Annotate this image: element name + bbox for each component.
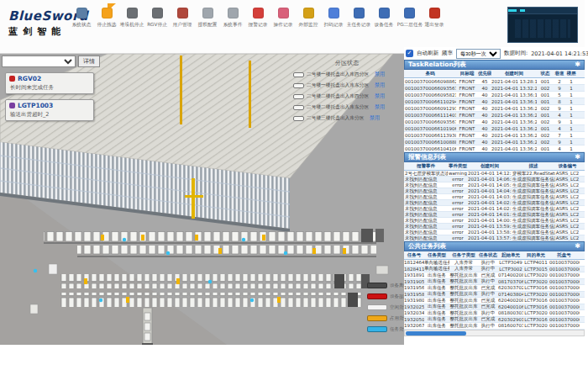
- zone-row: 二号楼二楼托盘出入库西分区 禁用: [293, 92, 401, 100]
- toolbar-button[interactable]: 外部监控: [296, 8, 321, 29]
- toolbar-button-icon: [379, 8, 390, 18]
- public-task-table: 公共任务列表 ✱ 任务号 任务类型 任务子类型 任务状态 起始单元 目的单元 托…: [404, 241, 585, 336]
- zone-disable-link[interactable]: 禁用: [370, 114, 380, 122]
- toolbar-button-label: 用户管理: [171, 21, 195, 29]
- toolbar-button-label: 系统事件: [221, 21, 245, 29]
- table-row[interactable]: 00100370006611029457 FRONT 40 2021-04-01…: [404, 98, 585, 105]
- zone-disable-link[interactable]: 禁用: [375, 71, 385, 78]
- status-legend: 设备离线 设备故障 空闲货位 占用货位 任务货位: [367, 283, 404, 337]
- zone-label: 二号楼二楼托盘出入库东分区: [307, 103, 369, 111]
- toolbar-button[interactable]: 报警记录: [245, 8, 270, 29]
- legend-label: 设备故障: [390, 293, 404, 299]
- toolbar-button[interactable]: 授权配置: [195, 8, 220, 29]
- zone-checkbox[interactable]: [293, 105, 304, 110]
- toolbar-button-label: 堆垛机停止: [120, 21, 144, 29]
- zone-checkbox[interactable]: [293, 116, 304, 121]
- zone-panel-title: 分区状态: [293, 59, 401, 67]
- toolbar-button-icon: [253, 8, 264, 18]
- legend-color-swatch: [367, 283, 387, 288]
- table-column-header: 任务号 任务类型 任务子类型 任务状态 起始单元 目的单元 托盘号: [404, 251, 585, 260]
- zone-list: 二号楼一楼托盘出入库西分区 禁用 二号楼一楼托盘出入库东分区 禁用 二号楼二楼托…: [293, 71, 401, 122]
- toolbar-button[interactable]: 堆垛机停止: [119, 8, 144, 29]
- horizontal-scrollbar[interactable]: [404, 330, 585, 336]
- legend-item: 设备故障: [367, 293, 404, 299]
- toolbar-button-icon: [76, 8, 87, 18]
- device-alert-card[interactable]: RGV02 长时间未完成任务: [5, 72, 94, 94]
- alert-description: 输送出货超时_2: [9, 111, 90, 119]
- table-row[interactable]: 00100370006610088881 FRONT 40 2021-04-01…: [404, 139, 585, 145]
- zone-label: 二号楼一楼托盘出入库东分区: [307, 82, 369, 89]
- toolbar-button-icon: [354, 8, 365, 18]
- task-relation-table: TaskRelation列表 ✱ 条码 目标端 优先级 创建时间 状态 巷道 楼…: [404, 60, 585, 152]
- toolbar-button[interactable]: 停止拣选: [94, 8, 119, 29]
- table-column-header: 报警事件 事件类型 创建时间 描述 设备编号: [404, 162, 585, 171]
- zone-row: 二号楼二楼托盘出入库东分区 禁用: [293, 103, 401, 111]
- table-settings-icon[interactable]: ✱: [575, 61, 580, 68]
- device-alert-card[interactable]: LGTP1003 输送出货超时_2: [5, 99, 94, 121]
- legend-item: 占用货位: [367, 315, 404, 321]
- zone-checkbox[interactable]: [293, 94, 304, 99]
- zone-status-panel: 分区状态 二号楼一楼托盘出入库西分区 禁用 二号楼一楼托盘出入库东分区 禁用 二…: [293, 59, 401, 125]
- toolbar-button-icon: [429, 8, 440, 18]
- zone-disable-link[interactable]: 禁用: [375, 82, 385, 89]
- table-row[interactable]: 未找到匹配信息 error 2021-04-01 13:57:49 生成虚拟调车…: [404, 235, 585, 241]
- legend-item: 设备离线: [367, 283, 404, 288]
- viewport-controls: 详情: [2, 56, 100, 67]
- toolbar-button[interactable]: RGV停止: [144, 8, 170, 29]
- frequency-label: 频率: [442, 50, 453, 57]
- toolbar-button[interactable]: PG二层任务: [396, 8, 422, 29]
- table-row[interactable]: 00100370006609582162 FRONT 40 2021-04-01…: [404, 92, 585, 98]
- table-row[interactable]: 00100370006609129123 FRONT 40 2021-04-01…: [404, 105, 585, 112]
- toolbar-button-icon: [102, 8, 113, 18]
- refresh-frequency-select[interactable]: 每30秒一次: [456, 49, 501, 59]
- toolbar-buttons: 系统状态 停止拣选 堆垛机停止 RGV停止 用户管理 授权配置 系统事件: [69, 8, 447, 29]
- toolbar-button-icon: [152, 8, 163, 18]
- toolbar-button-icon: [177, 8, 188, 18]
- zone-label: 二号楼二楼托盘出入库西分区: [307, 92, 369, 100]
- auto-refresh-checkbox[interactable]: ✓: [406, 50, 413, 57]
- conveyor-spur-vertical: [142, 308, 153, 345]
- toolbar-button[interactable]: 系统状态: [69, 8, 94, 29]
- minimap-preview[interactable]: [507, 7, 578, 43]
- toolbar-button[interactable]: 操作记录: [270, 8, 296, 29]
- zone-disable-link[interactable]: 禁用: [375, 92, 385, 100]
- legend-label: 空闲货位: [390, 304, 404, 310]
- legend-color-swatch: [367, 304, 387, 310]
- toolbar-button[interactable]: 设备任务: [371, 8, 396, 29]
- table-settings-icon[interactable]: ✱: [575, 243, 580, 250]
- legend-color-swatch: [367, 315, 387, 321]
- toolbar-button[interactable]: 主任务记录: [346, 8, 371, 29]
- scrollbar-thumb[interactable]: [406, 331, 466, 336]
- table-settings-icon[interactable]: ✱: [575, 154, 580, 161]
- legend-color-swatch: [367, 293, 387, 299]
- toolbar-button[interactable]: 退出登录: [422, 8, 447, 29]
- table-body: 2号七层穿梭车状态读取超时 warning 2021-04-01 14:12:1…: [404, 171, 585, 241]
- toolbar-button-label: 主任务记录: [347, 21, 371, 29]
- legend-item: 任务货位: [367, 326, 404, 332]
- table-row[interactable]: 00100370006609356770 FRONT 40 2021-04-01…: [404, 85, 585, 92]
- toolbar-button-icon: [303, 8, 314, 18]
- toolbar-button-icon: [127, 8, 138, 18]
- table-title: 报警信息列表: [408, 153, 446, 161]
- device-filter-select[interactable]: [2, 56, 76, 67]
- table-row[interactable]: 00100370006611393005 FRONT 40 2021-04-01…: [404, 132, 585, 139]
- table-row[interactable]: 00100370006609886239 FRONT 45 2021-04-01…: [404, 78, 585, 85]
- zone-checkbox[interactable]: [293, 83, 304, 88]
- toolbar-button-label: 系统状态: [70, 21, 94, 29]
- toolbar-button[interactable]: 用户管理: [170, 8, 195, 29]
- zone-row: 二号楼一楼托盘出入库东分区 禁用: [293, 82, 401, 89]
- table-row[interactable]: 00100370006610190619 FRONT 40 2021-04-01…: [404, 125, 585, 132]
- table-row[interactable]: 00100370006610410653 FRONT 40 2021-04-01…: [404, 145, 585, 152]
- toolbar-button-label: 设备任务: [372, 21, 396, 29]
- toolbar-button[interactable]: 扫码记录: [321, 8, 346, 29]
- zone-row: 二号楼三楼托盘出入库分区 禁用: [293, 114, 401, 122]
- table-row[interactable]: 00100370006609356770 FRONT 40 2021-04-01…: [404, 119, 585, 125]
- zone-disable-link[interactable]: 禁用: [375, 103, 385, 111]
- warehouse-3d-viewport[interactable]: 详情 RGV02 长时间未完成任务 LGTP1003 输送出货超时_2 分区状态: [0, 54, 404, 345]
- table-body: 1812464 单向输送任务 入库异常 执行中 LCTP3049 LCTP401…: [404, 260, 585, 330]
- zone-checkbox[interactable]: [293, 72, 304, 77]
- table-row[interactable]: 1932067 出库任务 整托批次出库 执行中 0816007032 LCTP3…: [404, 323, 585, 330]
- table-row[interactable]: 00100370006611140190 FRONT 40 2021-04-01…: [404, 112, 585, 119]
- toolbar-button[interactable]: 系统事件: [220, 8, 245, 29]
- detail-button[interactable]: 详情: [78, 56, 100, 67]
